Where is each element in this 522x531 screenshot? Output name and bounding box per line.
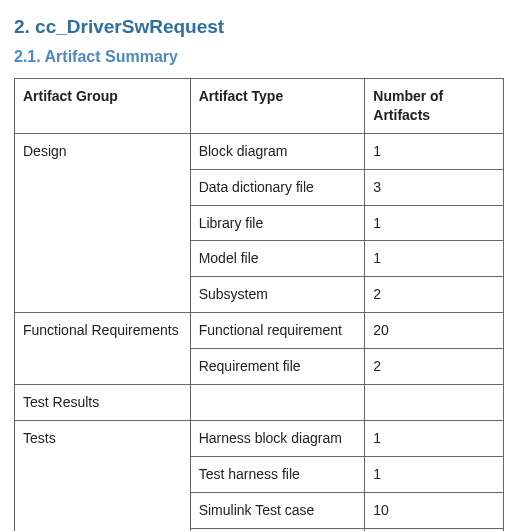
type-cell: Data dictionary file (190, 169, 365, 205)
group-cell-design: Design (15, 133, 191, 312)
type-cell (190, 385, 365, 421)
table-header-row: Artifact Group Artifact Type Number of A… (15, 79, 504, 134)
col-header-type: Artifact Type (190, 79, 365, 134)
count-cell: 10 (365, 492, 504, 528)
type-cell: Model file (190, 241, 365, 277)
page-container: 2. cc_DriverSwRequest 2.1. Artifact Summ… (0, 0, 522, 531)
count-cell: 2 (365, 349, 504, 385)
table-row: Test Results (15, 385, 504, 421)
count-cell: 1 (365, 241, 504, 277)
count-cell: 3 (365, 169, 504, 205)
table-row: Tests Harness block diagram 1 (15, 420, 504, 456)
group-cell-functional-requirements: Functional Requirements (15, 313, 191, 385)
type-cell: Test harness file (190, 456, 365, 492)
type-cell: Block diagram (190, 133, 365, 169)
artifact-summary-table: Artifact Group Artifact Type Number of A… (14, 78, 504, 531)
count-cell: 20 (365, 313, 504, 349)
count-cell: 1 (365, 133, 504, 169)
type-cell: Requirement file (190, 349, 365, 385)
section-heading: 2. cc_DriverSwRequest (14, 16, 508, 38)
subsection-heading: 2.1. Artifact Summary (14, 48, 508, 66)
col-header-count: Number of Artifacts (365, 79, 504, 134)
group-cell-tests: Tests (15, 420, 191, 531)
type-cell: Subsystem (190, 277, 365, 313)
count-cell: 1 (365, 456, 504, 492)
count-cell: 2 (365, 277, 504, 313)
count-cell (365, 385, 504, 421)
col-header-group: Artifact Group (15, 79, 191, 134)
table-row: Functional Requirements Functional requi… (15, 313, 504, 349)
count-cell: 1 (365, 420, 504, 456)
table-row: Design Block diagram 1 (15, 133, 504, 169)
type-cell: Library file (190, 205, 365, 241)
type-cell: Harness block diagram (190, 420, 365, 456)
group-cell-test-results: Test Results (15, 385, 191, 421)
type-cell: Functional requirement (190, 313, 365, 349)
count-cell: 1 (365, 205, 504, 241)
type-cell: Simulink Test case (190, 492, 365, 528)
